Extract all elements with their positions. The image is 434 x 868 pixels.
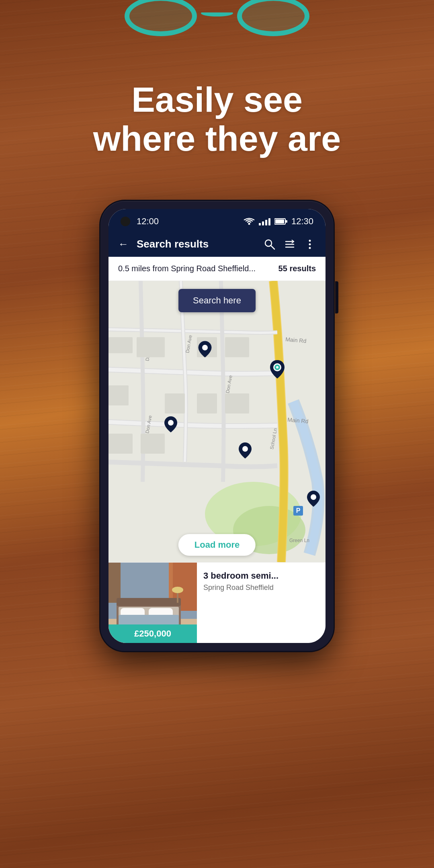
status-bar: 12:00 xyxy=(108,209,326,231)
svg-point-9 xyxy=(309,240,311,242)
svg-rect-23 xyxy=(108,337,133,353)
svg-rect-24 xyxy=(108,385,129,405)
svg-rect-32 xyxy=(165,393,185,414)
status-time-right: 12:30 xyxy=(291,216,313,227)
status-bar-left: 12:00 xyxy=(121,216,159,227)
signal-bar-1 xyxy=(259,223,261,225)
svg-point-38 xyxy=(276,366,278,368)
glasses-left-lens xyxy=(125,0,197,36)
signal-bar-3 xyxy=(265,220,267,225)
svg-rect-52 xyxy=(117,598,181,606)
phone-mockup: 12:00 xyxy=(100,201,334,651)
svg-rect-29 xyxy=(141,434,165,454)
battery-icon xyxy=(274,218,287,225)
map-pin-1[interactable] xyxy=(198,340,212,360)
price-badge: £250,000 xyxy=(108,624,197,643)
map-pin-2-active[interactable] xyxy=(269,359,285,381)
svg-text:P: P xyxy=(296,507,301,514)
svg-point-39 xyxy=(168,420,174,426)
svg-point-54 xyxy=(172,587,183,593)
results-count: 55 results xyxy=(278,264,316,273)
sub-header: 0.5 miles from Spring Road Sheffield... … xyxy=(108,257,326,281)
svg-rect-2 xyxy=(275,219,284,223)
app-bar: ← Search results xyxy=(108,231,326,257)
svg-rect-45 xyxy=(108,563,121,603)
property-title: 3 bedroom semi... xyxy=(203,571,319,581)
map-pin-4[interactable] xyxy=(238,442,252,461)
property-info: 3 bedroom semi... Spring Road Sheffield xyxy=(197,563,326,643)
phone-frame: 12:00 xyxy=(100,201,334,651)
glasses-bridge xyxy=(201,10,233,16)
map-svg: Main Rd Main Rd Dix xyxy=(108,281,326,562)
heading-line1: Easily see xyxy=(16,80,418,119)
svg-point-35 xyxy=(202,345,208,350)
wifi-icon xyxy=(244,217,255,225)
status-bar-right: 12:30 xyxy=(244,216,313,227)
svg-rect-27 xyxy=(225,337,249,357)
svg-point-40 xyxy=(242,446,248,452)
svg-rect-28 xyxy=(108,434,133,454)
glasses-right-lens xyxy=(237,0,309,36)
svg-rect-30 xyxy=(197,393,217,414)
glasses-frame xyxy=(121,0,313,52)
location-text: 0.5 miles from Spring Road Sheffield... xyxy=(118,264,256,273)
svg-text:Green Ln: Green Ln xyxy=(289,538,309,543)
svg-point-41 xyxy=(311,494,316,500)
search-icon[interactable] xyxy=(264,238,276,250)
property-image: £250,000 xyxy=(108,563,197,643)
svg-point-11 xyxy=(309,247,311,249)
signal-bar-2 xyxy=(262,221,264,225)
svg-point-0 xyxy=(248,223,250,225)
svg-rect-31 xyxy=(225,393,249,414)
map-pin-5[interactable] xyxy=(306,490,321,509)
status-time-left: 12:00 xyxy=(137,216,159,227)
search-here-button[interactable]: Search here xyxy=(178,289,256,312)
signal-bar-4 xyxy=(268,218,270,225)
sort-icon[interactable] xyxy=(284,238,296,250)
svg-rect-3 xyxy=(286,220,287,223)
signal-bars xyxy=(259,217,270,225)
back-button[interactable]: ← xyxy=(118,238,129,250)
load-more-button[interactable]: Load more xyxy=(178,534,256,556)
map-area[interactable]: Main Rd Main Rd Dix xyxy=(108,281,326,562)
svg-rect-25 xyxy=(137,337,165,357)
heading-line2: where they are xyxy=(16,119,418,158)
more-options-icon[interactable] xyxy=(304,238,316,250)
hero-heading: Easily see where they are xyxy=(0,80,434,158)
glasses-decoration xyxy=(117,0,317,68)
svg-line-5 xyxy=(271,246,274,249)
phone-screen: 12:00 xyxy=(108,209,326,643)
app-bar-title: Search results xyxy=(137,238,256,250)
map-pin-3[interactable] xyxy=(164,416,178,435)
property-location: Spring Road Sheffield xyxy=(203,583,319,592)
camera-dot xyxy=(121,217,130,226)
property-card[interactable]: £250,000 3 bedroom semi... Spring Road S… xyxy=(108,562,326,643)
svg-point-10 xyxy=(309,243,311,245)
phone-side-button xyxy=(335,281,338,313)
